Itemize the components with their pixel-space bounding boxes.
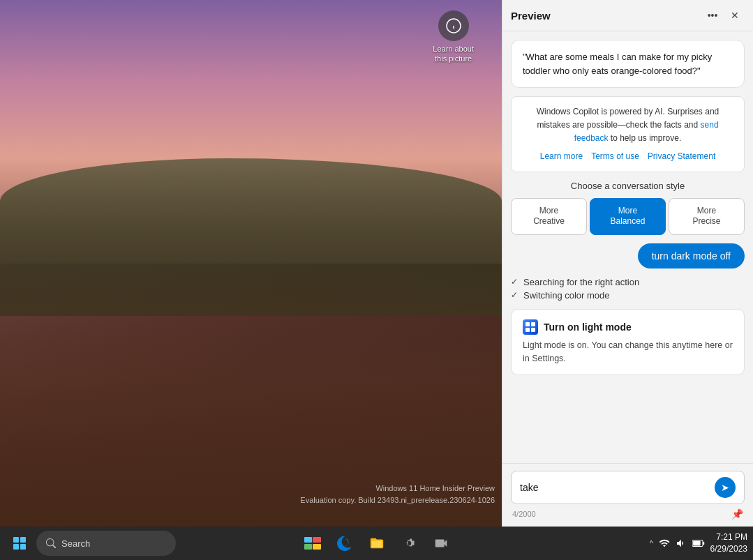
battery-icon bbox=[692, 538, 705, 549]
search-bar[interactable]: Search bbox=[36, 531, 176, 556]
edge-icon bbox=[337, 536, 352, 551]
camera-icon bbox=[433, 536, 449, 551]
question-text: "What are some meals I can make for my p… bbox=[523, 52, 712, 76]
taskbar-edge-button[interactable] bbox=[331, 529, 359, 557]
style-precise-button[interactable]: MorePrecise bbox=[669, 198, 745, 235]
light-mode-description: Light mode is on. You can change this an… bbox=[523, 339, 733, 365]
taskbar-widgets-button[interactable] bbox=[299, 529, 327, 557]
check-icon-1: ✓ bbox=[511, 277, 518, 287]
pin-icon[interactable]: 📌 bbox=[731, 508, 743, 520]
style-creative-button[interactable]: MoreCreative bbox=[511, 198, 587, 235]
privacy-statement-link[interactable]: Privacy Statement bbox=[648, 150, 715, 163]
ai-disclaimer: Windows Copilot is powered by AI. Surpri… bbox=[511, 96, 745, 172]
windows-watermark: Windows 11 Home Insider Preview Evaluati… bbox=[300, 483, 495, 506]
panel-header: Preview ••• ✕ bbox=[502, 0, 753, 31]
conversation-style-section: Choose a conversation style MoreCreative… bbox=[511, 181, 745, 235]
status-item-2: ✓ Switching color mode bbox=[511, 290, 745, 301]
terms-of-use-link[interactable]: Terms of use bbox=[591, 150, 639, 163]
learn-picture-label-line2: this picture bbox=[435, 54, 472, 63]
char-count: 4/2000 bbox=[512, 510, 536, 518]
disclaimer-links: Learn more Terms of use Privacy Statemen… bbox=[521, 150, 734, 163]
windows-logo bbox=[13, 537, 26, 550]
search-icon bbox=[46, 538, 56, 548]
check-icon-2: ✓ bbox=[511, 290, 518, 300]
panel-header-actions: ••• ✕ bbox=[703, 6, 745, 25]
svg-rect-3 bbox=[525, 328, 530, 332]
system-clock[interactable]: 7:21 PM 6/29/2023 bbox=[710, 531, 747, 555]
style-buttons-group: MoreCreative MoreBalanced MorePrecise bbox=[511, 198, 745, 235]
taskbar: Search bbox=[0, 527, 753, 560]
taskbar-right: ^ 7:21 PM 6/29/2023 bbox=[650, 531, 747, 555]
search-bar-text: Search bbox=[61, 538, 90, 549]
status-list: ✓ Searching for the right action ✓ Switc… bbox=[511, 277, 745, 301]
light-mode-card-title: Turn on light mode bbox=[523, 319, 733, 335]
clock-date: 6/29/2023 bbox=[710, 543, 747, 555]
settings-icon bbox=[401, 536, 417, 551]
input-row: ➤ bbox=[511, 471, 745, 504]
wifi-icon bbox=[659, 538, 670, 549]
taskbar-camera-button[interactable] bbox=[427, 529, 455, 557]
taskbar-center bbox=[299, 529, 455, 557]
status-text-1: Searching for the right action bbox=[523, 277, 639, 287]
start-button[interactable] bbox=[6, 529, 33, 557]
conversation-style-label: Choose a conversation style bbox=[571, 181, 685, 191]
svg-rect-6 bbox=[693, 541, 701, 546]
explorer-icon bbox=[369, 536, 385, 551]
svg-rect-4 bbox=[531, 328, 535, 332]
tray-chevron[interactable]: ^ bbox=[650, 540, 653, 547]
clock-time: 7:21 PM bbox=[710, 531, 747, 543]
status-item-1: ✓ Searching for the right action bbox=[511, 277, 745, 287]
chat-input[interactable] bbox=[520, 482, 709, 493]
copilot-panel: Preview ••• ✕ "What are some meals I can… bbox=[502, 0, 753, 527]
light-mode-icon bbox=[523, 319, 538, 335]
question-bubble: "What are some meals I can make for my p… bbox=[511, 40, 745, 88]
volume-icon bbox=[676, 538, 687, 549]
panel-title: Preview bbox=[511, 10, 551, 22]
widgets-icon bbox=[304, 537, 321, 550]
learn-more-link[interactable]: Learn more bbox=[540, 150, 583, 163]
svg-rect-1 bbox=[525, 322, 530, 326]
close-button[interactable]: ✕ bbox=[725, 6, 745, 25]
input-footer: 4/2000 📌 bbox=[511, 508, 745, 520]
send-icon: ➤ bbox=[721, 482, 729, 493]
style-balanced-button[interactable]: MoreBalanced bbox=[590, 198, 666, 235]
taskbar-settings-button[interactable] bbox=[395, 529, 423, 557]
disclaimer-text1: Windows Copilot is powered by AI. Surpri… bbox=[537, 107, 719, 130]
more-options-button[interactable]: ••• bbox=[703, 6, 722, 25]
learn-picture-label-line1: Learn about bbox=[433, 44, 474, 54]
desktop-background: Learn about this picture Windows 11 Home… bbox=[0, 0, 502, 527]
learn-picture-button[interactable]: Learn about this picture bbox=[433, 10, 474, 64]
dark-mode-toggle-button[interactable]: turn dark mode off bbox=[638, 243, 745, 268]
light-mode-card: Turn on light mode Light mode is on. You… bbox=[511, 309, 745, 376]
taskbar-left: Search bbox=[6, 529, 176, 557]
disclaimer-text2: to help us improve. bbox=[611, 133, 681, 143]
light-mode-title: Turn on light mode bbox=[544, 321, 632, 333]
svg-rect-2 bbox=[531, 322, 535, 326]
status-text-2: Switching color mode bbox=[523, 290, 610, 301]
taskbar-explorer-button[interactable] bbox=[363, 529, 391, 557]
svg-rect-7 bbox=[703, 542, 704, 545]
panel-content: "What are some meals I can make for my p… bbox=[502, 31, 753, 463]
panel-input-area: ➤ 4/2000 📌 bbox=[502, 463, 753, 527]
send-button[interactable]: ➤ bbox=[715, 477, 736, 498]
